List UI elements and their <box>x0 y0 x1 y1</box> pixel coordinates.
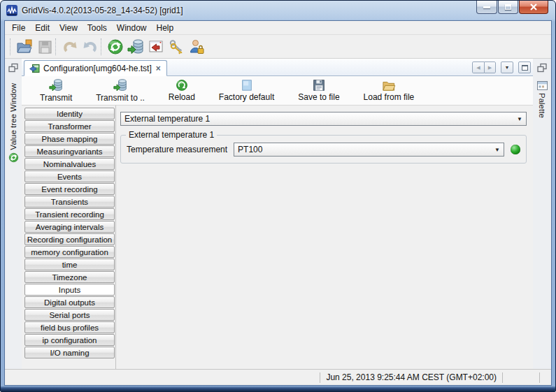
temperature-measurement-dropdown[interactable]: PT100 ▼ <box>234 143 504 157</box>
close-button[interactable] <box>519 1 548 14</box>
keys-icon[interactable] <box>166 37 186 56</box>
undo-icon[interactable] <box>59 37 80 56</box>
transmit-label: Transmit <box>40 93 72 103</box>
transmit-to-label: Transmit to .. <box>96 93 145 103</box>
save-to-file-label: Save to file <box>298 92 339 102</box>
load-from-file-label: Load from file <box>364 92 415 102</box>
input-selector-dropdown[interactable]: External temperature 1 ▼ <box>120 112 527 126</box>
category-button[interactable]: Serial ports <box>24 309 115 321</box>
value-tree-window-button[interactable]: Value tree Window <box>8 80 19 163</box>
maximize-document-button[interactable] <box>518 61 531 73</box>
transmit-button[interactable]: Transmit <box>37 77 75 104</box>
chevron-down-icon: ▼ <box>490 147 500 153</box>
user-permissions-icon[interactable] <box>186 37 206 56</box>
tab-bar: Configuration[umg604-he.tst] × ◀ ▶ ▼ <box>22 59 533 76</box>
factory-default-label: Factory default <box>219 92 274 102</box>
app-icon <box>6 5 17 16</box>
category-button[interactable]: Event recording <box>24 183 115 195</box>
main-row: Value tree Window <box>5 59 551 369</box>
load-from-file-icon <box>382 79 396 92</box>
category-button[interactable]: Inputs <box>24 284 115 296</box>
temperature-measurement-label: Temperature measurement <box>127 145 227 154</box>
load-from-file-button[interactable]: Load from file <box>361 78 418 103</box>
toolbar-separator <box>55 38 56 55</box>
category-button[interactable]: Transformer <box>24 120 115 132</box>
category-button[interactable]: I/O naming <box>24 347 115 358</box>
transmit-database-icon[interactable] <box>125 37 145 56</box>
configuration-tab-icon <box>29 64 40 73</box>
value-tree-window-label: Value tree Window <box>9 83 17 150</box>
category-button[interactable]: Measuringvariants <box>24 145 115 157</box>
configuration-content: IdentityTransformerPhase mappingMeasurin… <box>22 106 533 369</box>
category-list: IdentityTransformerPhase mappingMeasurin… <box>22 106 115 369</box>
titlebar[interactable]: GridVis-4.0.2(2013-05-28_14-34-52) [grid… <box>1 1 555 20</box>
menu-item[interactable]: Tools <box>83 22 112 34</box>
factory-default-button[interactable]: Factory default <box>216 78 277 103</box>
minimize-button[interactable] <box>476 1 497 14</box>
category-button[interactable]: Averaging intervals <box>24 221 115 233</box>
category-button[interactable]: Recording configuration <box>24 233 115 245</box>
status-led-green <box>511 145 520 154</box>
toolbar-grip[interactable] <box>10 38 10 55</box>
sync-green-icon[interactable] <box>105 37 125 56</box>
menu-item[interactable]: View <box>55 22 83 34</box>
status-bar: Jun 25, 2013 9:25:44 AM CEST (GMT+02:00) <box>5 369 551 385</box>
category-button[interactable]: Transients <box>24 196 115 208</box>
reload-button[interactable]: Reload <box>166 78 198 103</box>
category-button[interactable]: Phase mapping <box>24 133 115 145</box>
maximize-button[interactable] <box>498 1 518 14</box>
window-controls <box>476 1 548 14</box>
category-button[interactable]: Digital outputs <box>24 296 115 308</box>
transmit-to-icon <box>113 78 127 92</box>
temperature-measurement-value: PT100 <box>238 145 262 154</box>
save-to-file-button[interactable]: Save to file <box>295 78 342 103</box>
left-dock-strip: Value tree Window <box>5 59 22 369</box>
palette-label: Palette <box>538 93 546 118</box>
category-button[interactable]: Transient recording <box>24 208 115 220</box>
tab-list-button[interactable]: ▼ <box>501 61 513 73</box>
category-button[interactable]: ip configuration <box>24 334 115 346</box>
category-button[interactable]: Identity <box>24 108 115 119</box>
chevron-down-icon: ▼ <box>513 116 522 122</box>
category-button[interactable]: memory configuration <box>24 246 115 258</box>
input-selector-value: External temperature 1 <box>124 114 210 124</box>
save-to-file-icon <box>313 79 325 92</box>
open-project-icon[interactable] <box>14 37 34 56</box>
menu-item[interactable]: File <box>7 22 30 34</box>
maximize-doc-icon <box>522 65 528 71</box>
menu-item[interactable]: Edit <box>30 22 55 34</box>
status-separator <box>539 372 540 383</box>
left-arrow-icon: ◀ <box>476 65 480 71</box>
menu-item[interactable]: Window <box>112 22 152 34</box>
transmit-icon <box>49 78 63 92</box>
reload-label: Reload <box>169 92 195 102</box>
tab-scroll-right-button[interactable]: ▶ <box>484 61 496 73</box>
window-reset-icon[interactable] <box>145 37 166 56</box>
minimize-icon <box>483 6 490 8</box>
group-title: External temperature 1 <box>126 130 217 140</box>
restore-group-icon[interactable] <box>536 62 548 73</box>
tab-configuration[interactable]: Configuration[umg604-he.tst] × <box>24 60 167 76</box>
status-separator <box>502 372 503 383</box>
palette-button[interactable]: Palette <box>536 80 548 120</box>
main-toolbar <box>5 35 551 59</box>
temperature-measurement-row: Temperature measurement PT100 ▼ <box>127 143 520 157</box>
category-button[interactable]: field bus profiles <box>24 321 115 333</box>
transmit-to-button[interactable]: Transmit to .. <box>93 77 148 104</box>
menu-bar: FileEditViewToolsWindowHelp <box>5 21 551 35</box>
category-button[interactable]: Nominalvalues <box>24 158 115 170</box>
menu-item[interactable]: Help <box>152 22 179 34</box>
category-button[interactable]: time <box>24 259 115 270</box>
chevron-down-icon: ▼ <box>505 65 510 70</box>
toolbar-separator <box>101 38 101 55</box>
category-button[interactable]: Events <box>24 170 115 182</box>
save-all-icon[interactable] <box>34 37 55 56</box>
redo-icon[interactable] <box>80 37 100 56</box>
tab-scroll-left-button[interactable]: ◀ <box>472 61 484 73</box>
category-button[interactable]: Timezone <box>24 271 115 283</box>
external-temperature-group: External temperature 1 Temperature measu… <box>120 135 527 164</box>
document-toolbar: Transmit Transmit to .. <box>22 76 533 106</box>
tab-close-icon[interactable]: × <box>155 64 162 73</box>
tab-controls: ◀ ▶ ▼ <box>472 61 533 75</box>
restore-group-icon[interactable] <box>7 62 20 73</box>
